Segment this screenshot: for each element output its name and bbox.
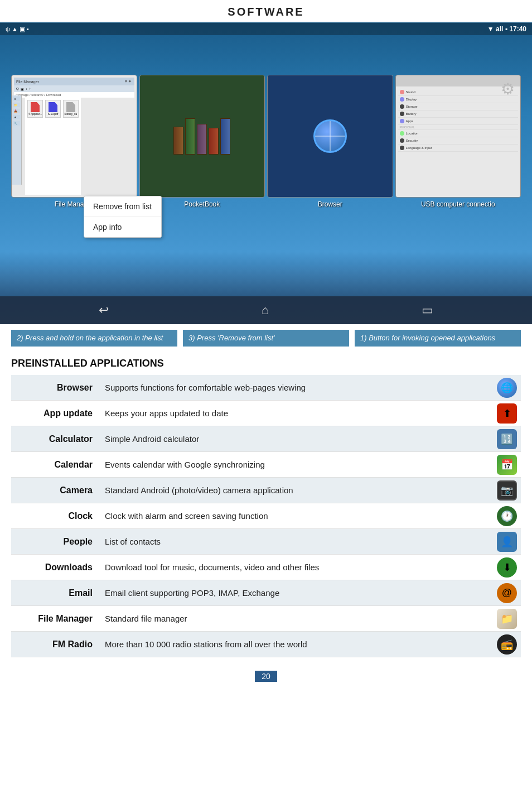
fm-title-bar: File Manager ✕ ✦	[14, 78, 134, 85]
app-thumb-settings[interactable]: ⚙ Sound Display Storage Battery Apps PER…	[395, 75, 521, 208]
br-globe	[313, 119, 347, 153]
screenshot-area: ψ ▲ ▣ ▪ ▼ all ▪ 17:40 File Manager ✕ ✦ Q…	[0, 23, 532, 324]
pb-book-5	[220, 118, 230, 155]
app-table-row: Calculator Simple Android calculator 🔢	[11, 426, 521, 452]
st-preview: Sound Display Storage Battery Apps PERSO…	[396, 86, 521, 198]
app-icon-downloads: ⬇	[497, 557, 517, 578]
app-desc-cell: Supports functions for comfortable web-p…	[100, 375, 493, 401]
page-number: 20	[0, 663, 532, 687]
thumb-preview-settings: ⚙ Sound Display Storage Battery Apps PER…	[395, 75, 521, 198]
app-icon-cell: ⬇	[493, 555, 521, 580]
app-name-cell: Clock	[11, 503, 100, 529]
context-menu-remove[interactable]: Remove from list	[84, 196, 161, 217]
pb-book-4	[209, 128, 219, 155]
app-icon-clock: 🕐	[497, 506, 517, 526]
app-table-row: FM Radio More than 10 000 radio stations…	[11, 632, 521, 657]
app-name-cell: Downloads	[11, 555, 100, 580]
pb-book-3	[197, 124, 207, 155]
app-table-row: File Manager Standard file manager 📁	[11, 606, 521, 632]
app-table-row: Email Email client supporting POP3, IMAP…	[11, 580, 521, 606]
app-name-cell: Browser	[11, 375, 100, 401]
page-title: SOFTWARE	[0, 6, 532, 18]
app-thumb-pocketbook[interactable]: PocketBook	[139, 75, 265, 208]
app-name-cell: Calculator	[11, 426, 100, 452]
app-thumb-filemanager[interactable]: File Manager ✕ ✦ Q▣+↑ / storage / sdcard…	[11, 75, 137, 208]
thumb-preview-filemanager: File Manager ✕ ✦ Q▣+↑ / storage / sdcard…	[11, 75, 137, 198]
app-name-cell: File Manager	[11, 606, 100, 632]
app-icon-cell: 👤	[493, 529, 521, 555]
page-number-box: 20	[255, 671, 277, 682]
annotation-1: 2) Press and hold on the application in …	[11, 330, 177, 347]
pb-book-2	[185, 118, 195, 155]
app-thumb-label-settings: USB computer connectio	[421, 200, 495, 208]
app-icon-cell: 🌐	[493, 375, 521, 401]
app-desc-cell: Clock with alarm and screen saving funct…	[100, 503, 493, 529]
pb-books	[173, 118, 230, 155]
fm-path: / storage / sdcard0 / Download	[14, 92, 134, 98]
app-desc-cell: More than 10 000 radio stations from all…	[100, 632, 493, 657]
fm-sidebar: ⊕ 📁 📥 ★ 🔧	[12, 95, 22, 185]
app-thumb-label-pocketbook: PocketBook	[184, 200, 220, 208]
app-desc-cell: Standard Android (photo/video) camera ap…	[100, 478, 493, 503]
app-desc-cell: Email client supporting POP3, IMAP, Exch…	[100, 580, 493, 606]
app-icon-cell: 🕐	[493, 503, 521, 529]
app-icon-cell: 🔢	[493, 426, 521, 452]
nav-bar: ↩ ⌂ ▭	[0, 296, 532, 324]
thumb-preview-pocketbook	[139, 75, 265, 198]
thumb-preview-browser	[267, 75, 393, 198]
fm-preview: File Manager ✕ ✦ Q▣+↑ / storage / sdcard…	[12, 75, 137, 197]
preinstalled-section: PREINSTALLED APPLICATIONS Browser Suppor…	[0, 352, 532, 663]
app-name-cell: Calendar	[11, 452, 100, 478]
app-table-row: Browser Supports functions for comfortab…	[11, 375, 521, 401]
app-thumb-label-browser: Browser	[318, 200, 342, 208]
app-icon-fmradio: 📻	[497, 634, 517, 655]
app-thumb-browser[interactable]: Browser	[267, 75, 393, 208]
app-table-row: App update Keeps your apps updated to da…	[11, 401, 521, 426]
app-name-cell: FM Radio	[11, 632, 100, 657]
app-icon-cell: @	[493, 580, 521, 606]
app-desc-cell: Simple Android calculator	[100, 426, 493, 452]
app-name-cell: Camera	[11, 478, 100, 503]
app-icon-update: ⬆	[497, 403, 517, 424]
annotation-3: 1) Button for invoking opened applicatio…	[355, 330, 521, 347]
app-icon-cell: 📻	[493, 632, 521, 657]
fm-files: 4 Appear... S.10.pdf stoney_su	[25, 98, 81, 195]
app-table-row: Camera Standard Android (photo/video) ca…	[11, 478, 521, 503]
nav-home-icon[interactable]: ⌂	[262, 303, 269, 317]
fm-toolbar: Q▣+↑	[14, 85, 134, 92]
app-table: Browser Supports functions for comfortab…	[11, 375, 521, 657]
app-table-row: People List of contacts 👤	[11, 529, 521, 555]
annotation-2: 3) Press 'Remove from list'	[183, 330, 349, 347]
app-icon-cell: ⬆	[493, 401, 521, 426]
app-icon-calendar: 📅	[497, 455, 517, 475]
app-icon-calc: 🔢	[497, 429, 517, 449]
app-icon-cell: 📷	[493, 478, 521, 503]
app-icon-cell: 📁	[493, 606, 521, 632]
context-menu-appinfo[interactable]: App info	[84, 217, 161, 237]
app-table-row: Downloads Download tool for music, docum…	[11, 555, 521, 580]
app-table-row: Clock Clock with alarm and screen saving…	[11, 503, 521, 529]
app-icon-camera: 📷	[497, 480, 517, 501]
nav-back-icon[interactable]: ↩	[99, 303, 109, 317]
app-thumbnails: File Manager ✕ ✦ Q▣+↑ / storage / sdcard…	[0, 35, 532, 214]
annotation-labels: 2) Press and hold on the application in …	[0, 324, 532, 352]
app-icon-cell: 📅	[493, 452, 521, 478]
context-menu: Remove from list App info	[84, 196, 162, 238]
app-icon-people: 👤	[497, 532, 517, 552]
app-desc-cell: Events calendar with Google synchronizin…	[100, 452, 493, 478]
nav-recent-icon[interactable]: ▭	[422, 303, 433, 317]
app-desc-cell: Download tool for music, documents, vide…	[100, 555, 493, 580]
app-name-cell: App update	[11, 401, 100, 426]
status-left-icons: ψ ▲ ▣ ▪	[6, 26, 29, 33]
app-table-row: Calendar Events calendar with Google syn…	[11, 452, 521, 478]
app-name-cell: Email	[11, 580, 100, 606]
app-desc-cell: Keeps your apps updated to date	[100, 401, 493, 426]
wave-overlay	[0, 252, 532, 296]
status-right-info: ▼ all ▪ 17:40	[487, 25, 526, 33]
page-header: SOFTWARE	[0, 0, 532, 23]
pb-book-1	[173, 127, 183, 155]
pb-preview	[140, 75, 265, 197]
br-preview	[268, 75, 393, 197]
preinstalled-title: PREINSTALLED APPLICATIONS	[11, 358, 521, 369]
app-icon-email: @	[497, 583, 517, 603]
